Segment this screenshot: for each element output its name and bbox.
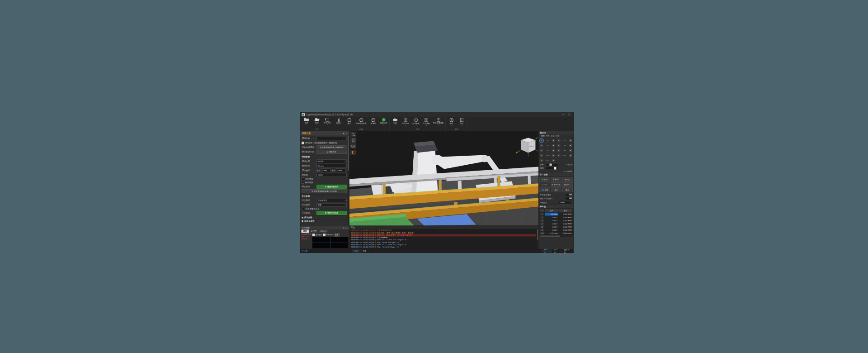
toolbar-item-help[interactable]: ?帮助▾: [447, 118, 456, 127]
monitor-bottom-tab-3[interactable]: 报警信息: [562, 249, 574, 253]
toolbar-item-sensor[interactable]: 传感器初始化: [355, 118, 367, 127]
jog-plus-button[interactable]: +: [552, 138, 556, 143]
断点-button[interactable]: 断点: [562, 188, 572, 192]
axis-row-J3[interactable]: J30.000 °0.000 RPM: [540, 219, 572, 222]
模拟加工-button[interactable]: 模拟加工: [562, 182, 572, 187]
toolbar-item-sensor2[interactable]: 传感器: [369, 118, 377, 127]
复位-button[interactable]: 复位: [551, 188, 561, 192]
jog-minus-button[interactable]: −: [540, 138, 544, 143]
log-bottom-tab-1[interactable]: 日志: [352, 249, 361, 253]
jog-mode-tab-2[interactable]: 世界: [546, 135, 550, 138]
status-locating-label[interactable]: 寻位图: [302, 250, 308, 253]
toolbar-item-sheet[interactable]: 工艺参数▾: [422, 118, 431, 126]
vision-tab-2[interactable]: 处理图: [309, 230, 319, 233]
toolbar-item-case[interactable]: 工具▾: [391, 118, 400, 126]
停止-button[interactable]: 停止: [562, 177, 572, 182]
暂停-button[interactable]: 暂停: [551, 177, 561, 182]
save-update-track-button[interactable]: ↻ 保存更新焊接轨迹(飞行检查): [302, 189, 347, 193]
继续-button[interactable]: 继续: [540, 182, 550, 187]
jog-plus-button[interactable]: +: [569, 138, 573, 143]
jog-plus-button[interactable]: +: [552, 143, 556, 148]
axis-row-导轨[interactable]: 导轨-3.525 mm0.000 mm/s: [540, 232, 572, 235]
axis-row-J2[interactable]: J20.000 °0.000 RPM: [540, 216, 572, 219]
robot-tool-icon[interactable]: [350, 150, 355, 155]
toolbar-item-doc[interactable]: PLC过程▾: [401, 118, 410, 126]
view-cube-icon[interactable]: [350, 138, 355, 143]
jog-plus-button[interactable]: +: [569, 148, 573, 153]
expand-icon[interactable]: [343, 227, 345, 229]
axis-row-J1[interactable]: J185.706 °0.000 RPM: [540, 213, 572, 216]
toolbar-item-import[interactable]: 导入工件▾: [323, 118, 332, 126]
arc-break-checkbox[interactable]: [302, 181, 305, 184]
log-scrollbar[interactable]: [537, 229, 539, 249]
offset-start-input[interactable]: 0 mm: [321, 168, 331, 172]
select-seam-button[interactable]: 在轨迹或连续焊缝上选择焊缝: [317, 146, 347, 150]
collapsed-section-自定义参数[interactable]: 自定义参数: [302, 219, 347, 223]
toolbar-item-status[interactable]: 视觉状态▾: [379, 118, 388, 126]
locate-mode-select[interactable]: 起始点寻位▾: [317, 199, 347, 202]
jog-plus-button[interactable]: +: [569, 153, 573, 157]
step-slider[interactable]: [546, 163, 558, 166]
toolbar-item-gear[interactable]: 全局参数▾: [412, 118, 420, 126]
toolbar-item-about[interactable]: i关于▾: [458, 118, 466, 126]
camera-view-icon[interactable]: [350, 143, 355, 148]
close-icon[interactable]: ✕: [343, 132, 345, 135]
minimize-button[interactable]: —: [561, 112, 566, 117]
monitor-bottom-tab-1[interactable]: 轴监控: [542, 249, 552, 253]
monitor-bottom-tab-2[interactable]: IO监控: [552, 249, 561, 253]
rotate-angle-input[interactable]: 16.00°: [317, 173, 347, 176]
单件加工模式-toggle[interactable]: [565, 193, 572, 196]
axis-row-J5[interactable]: J50.000 °0.000 RPM: [540, 225, 572, 229]
log-line[interactable]: 2023/08/16 16:42:56[HC] Fly: Send-OcsTyp…: [351, 246, 536, 248]
jog-minus-button[interactable]: −: [540, 158, 544, 162]
jog-plus-button[interactable]: +: [552, 148, 556, 153]
toolbar-item-mode[interactable]: 模式: [345, 118, 354, 127]
axis-row-J6[interactable]: J60.000 °0.000 RPM: [540, 229, 572, 232]
joint-type-select[interactable]: 角接▾: [317, 203, 347, 207]
jog-plus-button[interactable]: +: [552, 153, 556, 157]
seam-name-input[interactable]: [317, 137, 347, 140]
offset-end-input[interactable]: 0 mm: [336, 168, 346, 172]
show-find-checkbox[interactable]: [312, 234, 315, 236]
jog-mode-tab-1[interactable]: 关节: [540, 135, 545, 138]
seam-type-checkbox[interactable]: [302, 142, 305, 144]
jog-minus-button[interactable]: −: [540, 148, 544, 153]
log-lines[interactable]: 2023/08/16 16:42:45[HC] 更新焊接轨迹完成2023/08/…: [349, 229, 538, 249]
jog-plus-button[interactable]: +: [569, 143, 573, 148]
3d-scene[interactable]: BACK: [349, 131, 538, 226]
view-button[interactable]: 查看: [334, 234, 340, 237]
rate-slider[interactable]: [546, 167, 558, 170]
maximize-button[interactable]: □: [566, 112, 572, 117]
vision-tab-3[interactable]: 3D点云: [319, 230, 329, 233]
jog-minus-button[interactable]: −: [540, 143, 544, 148]
3d-viewport[interactable]: BACK: [349, 131, 538, 226]
camera-image-canvas[interactable]: · ·: [312, 237, 348, 249]
update-locate-track-button[interactable]: ↻ 更新寻位轨迹: [317, 211, 347, 215]
collapsed-section-摆动参数[interactable]: 摆动参数: [302, 216, 347, 219]
回零-button[interactable]: 回零: [540, 188, 550, 192]
jog-mode-tab-3[interactable]: 工具: [551, 135, 555, 138]
jog-minus-button[interactable]: −: [540, 153, 544, 157]
jog-minus-button[interactable]: −: [557, 138, 561, 143]
jog-plus-button[interactable]: +: [552, 158, 556, 162]
swap-direction-button[interactable]: ⇄ 调换方向: [317, 150, 347, 154]
seam-length-input[interactable]: 25 mm: [317, 164, 347, 167]
toolbar-item-open[interactable]: 打开▾: [313, 118, 321, 126]
update-weld-track-button[interactable]: ↻ 更新焊接轨迹: [317, 185, 347, 189]
jog-mode-tab-4[interactable]: 基座: [556, 135, 560, 138]
backoff-select[interactable]: 10mm▾: [559, 201, 572, 205]
toolbar-item-robot[interactable]: 机器人▾: [335, 118, 343, 126]
开始-button[interactable]: 开始: [540, 177, 550, 182]
left-panel-scrollbar[interactable]: [348, 136, 349, 226]
zoom-icon[interactable]: [350, 132, 355, 137]
seam-position-select[interactable]: 平焊缝▾: [317, 159, 347, 163]
manual-adjust-checkbox[interactable]: [302, 208, 305, 210]
axis-row-J4[interactable]: J40.000 °0.000 RPM: [540, 222, 572, 225]
multilayer-checkbox[interactable]: [302, 178, 305, 181]
axis-table-scrollbar[interactable]: [540, 235, 573, 237]
contour-checkbox[interactable]: [323, 234, 326, 236]
popout-icon[interactable]: [346, 227, 348, 229]
jog-settings-link[interactable]: 点动设置: [566, 170, 572, 172]
jog-minus-button[interactable]: −: [557, 143, 561, 148]
toolbar-item-folder[interactable]: 文件▾: [302, 118, 311, 126]
